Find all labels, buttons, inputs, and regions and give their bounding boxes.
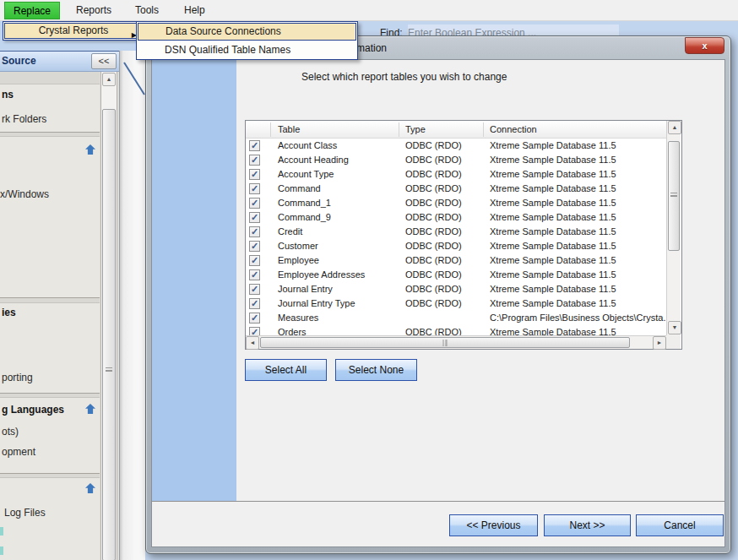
scroll-left-icon[interactable]: ◄: [246, 336, 259, 350]
collapse-up-arrow-icon[interactable]: [85, 404, 95, 414]
sidebar-section: g Languages ots) opment: [0, 397, 100, 474]
table-vertical-scrollbar[interactable]: ▲ ▼: [666, 121, 681, 335]
row-checkbox[interactable]: ✓: [249, 155, 260, 166]
column-header-connection[interactable]: Connection: [490, 124, 537, 134]
scroll-right-icon[interactable]: ►: [653, 336, 666, 350]
table-row[interactable]: ✓Account HeadingODBC (RDO)Xtreme Sample …: [246, 153, 667, 167]
sidebar-scrollbar[interactable]: ▲: [100, 72, 117, 560]
table-cell: Xtreme Sample Database 11.5: [490, 198, 665, 208]
table-cell: Journal Entry: [278, 284, 403, 294]
sidebar-section: ns rk Folders: [0, 84, 100, 133]
menu-item-data-source-connections[interactable]: Data Source Connections: [138, 23, 356, 41]
table-cell: Xtreme Sample Database 11.5: [490, 226, 665, 237]
sidebar-item[interactable]: porting: [2, 372, 33, 383]
table-row[interactable]: ✓Command_1ODBC (RDO)Xtreme Sample Databa…: [246, 196, 667, 210]
scroll-up-icon[interactable]: ▲: [668, 121, 681, 134]
menu-item-crystal-reports[interactable]: Crystal Reports ▶: [4, 23, 143, 39]
table-row[interactable]: ✓EmployeeODBC (RDO)Xtreme Sample Databas…: [246, 253, 667, 268]
sidebar-header: Source <<: [0, 52, 119, 72]
table-cell: ODBC (RDO): [405, 140, 487, 150]
table-row[interactable]: ✓OrdersODBC (RDO)Xtreme Sample Database …: [246, 325, 667, 335]
instruction-text: Select which report tables you wish to c…: [301, 71, 507, 83]
divider: [152, 501, 724, 502]
row-checkbox[interactable]: ✓: [249, 140, 260, 151]
table-cell: Account Type: [278, 169, 403, 179]
close-icon[interactable]: x: [685, 37, 724, 54]
column-header-table[interactable]: Table: [278, 124, 300, 134]
scrollbar-grip: [106, 367, 112, 372]
menu-item-replace[interactable]: Replace: [4, 2, 60, 19]
row-checkbox[interactable]: ✓: [249, 298, 260, 309]
wizard-side-panel: [152, 60, 236, 501]
table-cell: ODBC (RDO): [405, 226, 487, 237]
select-all-button[interactable]: Select All: [245, 359, 327, 381]
table-cell: Measures: [278, 313, 403, 323]
select-none-button[interactable]: Select None: [335, 359, 417, 381]
table-cell: ODBC (RDO): [405, 298, 487, 308]
table-cell: ODBC (RDO): [405, 169, 487, 179]
sidebar-item[interactable]: opment: [2, 446, 35, 458]
table-row[interactable]: ✓Journal EntryODBC (RDO)Xtreme Sample Da…: [246, 282, 667, 296]
row-checkbox[interactable]: ✓: [249, 269, 260, 280]
dialog-window: mation x Select which report tables you …: [145, 35, 731, 554]
table-horizontal-scrollbar[interactable]: ◄ ►: [246, 335, 666, 349]
column-header-type[interactable]: Type: [405, 124, 426, 134]
previous-button[interactable]: << Previous: [449, 514, 538, 536]
menu-item-tools[interactable]: Tools: [127, 2, 167, 19]
page-column: [119, 51, 145, 560]
collapse-up-arrow-icon[interactable]: [85, 483, 95, 493]
row-checkbox[interactable]: ✓: [249, 327, 260, 335]
sidebar-item[interactable]: x/Windows: [0, 188, 49, 200]
table-cell: Command_1: [278, 198, 403, 208]
sidebar-scrollbar-thumb[interactable]: [102, 109, 116, 560]
table-row[interactable]: ✓Journal Entry TypeODBC (RDO)Xtreme Samp…: [246, 296, 667, 311]
sidebar-collapse-button[interactable]: <<: [91, 53, 117, 69]
table-row[interactable]: ✓Account ClassODBC (RDO)Xtreme Sample Da…: [246, 139, 667, 153]
table-cell: Credit: [278, 226, 403, 237]
menu-item-label: Crystal Reports: [39, 24, 109, 36]
tables-list: Table Type Connection ✓Account ClassODBC…: [245, 120, 682, 350]
table-cell: Account Heading: [278, 155, 403, 165]
cancel-button[interactable]: Cancel: [636, 514, 724, 536]
table-cell: Employee Addresses: [278, 269, 403, 280]
row-checkbox[interactable]: ✓: [249, 226, 260, 237]
sidebar-item[interactable]: ots): [2, 426, 19, 438]
table-row[interactable]: ✓Command_9ODBC (RDO)Xtreme Sample Databa…: [246, 210, 667, 225]
table-cell: Command: [278, 183, 403, 193]
row-checkbox[interactable]: ✓: [249, 241, 260, 252]
table-row[interactable]: ✓Employee AddressesODBC (RDO)Xtreme Samp…: [246, 268, 667, 282]
scroll-down-icon[interactable]: ▼: [668, 321, 681, 334]
crystal-reports-submenu: Data Source Connections DSN Qualified Ta…: [136, 21, 358, 60]
table-row[interactable]: ✓CustomerODBC (RDO)Xtreme Sample Databas…: [246, 239, 667, 253]
list-icon: [0, 546, 3, 555]
next-button[interactable]: Next >>: [544, 514, 631, 536]
sidebar-item[interactable]: rk Folders: [2, 113, 46, 125]
row-checkbox[interactable]: ✓: [249, 313, 260, 323]
menu-item-help[interactable]: Help: [176, 2, 214, 19]
sidebar-item[interactable]: Log Files: [4, 507, 46, 519]
table-row[interactable]: ✓CommandODBC (RDO)Xtreme Sample Database…: [246, 182, 667, 196]
row-checkbox[interactable]: ✓: [249, 284, 260, 295]
table-row[interactable]: ✓Account TypeODBC (RDO)Xtreme Sample Dat…: [246, 167, 667, 182]
row-checkbox[interactable]: ✓: [249, 255, 260, 266]
row-checkbox[interactable]: ✓: [249, 183, 260, 194]
row-checkbox[interactable]: ✓: [249, 169, 260, 180]
row-checkbox[interactable]: ✓: [249, 198, 260, 209]
vertical-scrollbar-thumb[interactable]: [668, 141, 680, 251]
collapse-up-arrow-icon[interactable]: [85, 144, 95, 155]
table-cell: Xtreme Sample Database 11.5: [490, 169, 665, 179]
table-row[interactable]: ✓CreditODBC (RDO)Xtreme Sample Database …: [246, 225, 667, 239]
replace-menu-dropdown: Crystal Reports ▶: [3, 21, 144, 41]
table-cell: Xtreme Sample Database 11.5: [490, 140, 665, 150]
table-row[interactable]: ✓MeasuresC:\Program Files\Business Objec…: [246, 311, 667, 325]
row-checkbox[interactable]: ✓: [249, 212, 260, 223]
table-cell: ODBC (RDO): [405, 241, 487, 251]
horizontal-scrollbar-thumb[interactable]: [260, 337, 630, 348]
list-icon: [0, 527, 3, 536]
table-cell: Xtreme Sample Database 11.5: [490, 327, 665, 335]
menu-item-dsn-qualified-table-names[interactable]: DSN Qualified Table Names: [138, 42, 356, 59]
scroll-up-icon[interactable]: ▲: [102, 73, 116, 86]
table-cell: Xtreme Sample Database 11.5: [490, 241, 665, 251]
menu-item-reports[interactable]: Reports: [68, 2, 120, 19]
table-cell: Account Class: [278, 140, 403, 150]
